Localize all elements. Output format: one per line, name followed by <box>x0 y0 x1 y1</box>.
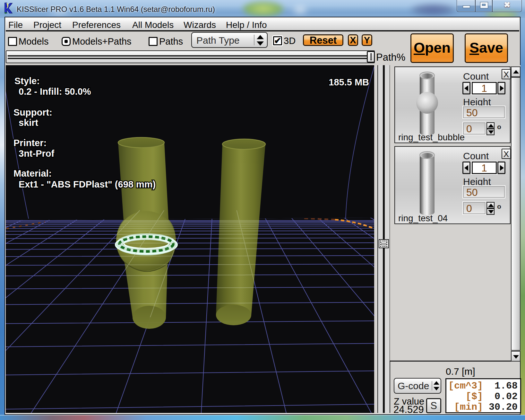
svg-text:3nt-Prof: 3nt-Prof <box>19 148 55 159</box>
svg-text:0.2 - Infill: 50.0%: 0.2 - Infill: 50.0% <box>19 86 91 97</box>
svg-text:Material:: Material: <box>13 168 52 179</box>
svg-text:skirt: skirt <box>19 118 39 128</box>
svg-text:Ext1 - "ABS FDPlast" (698 mm): Ext1 - "ABS FDPlast" (698 mm) <box>19 179 156 189</box>
svg-text:Support:: Support: <box>13 107 52 118</box>
svg-text:Printer:: Printer: <box>13 138 47 148</box>
svg-text:Style:: Style: <box>14 76 40 86</box>
svg-text:185.5 MB: 185.5 MB <box>329 77 369 87</box>
